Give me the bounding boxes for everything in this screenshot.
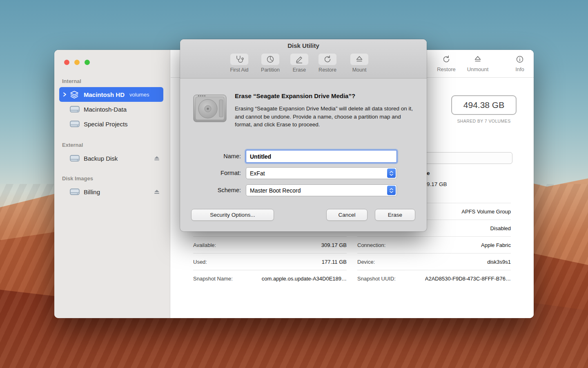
sidebar-item-macintosh-hd[interactable]: Macintosh HD volumes bbox=[59, 87, 163, 102]
unmount-toolbar-button[interactable]: Unmount bbox=[463, 55, 492, 72]
info-icon bbox=[516, 55, 524, 65]
info-row-snapshot-name: Snapshot Name: com.apple.os.update-A34D0… bbox=[193, 270, 347, 287]
dialog-heading: Erase “Seagate Expansion Drive Media”? bbox=[235, 92, 419, 99]
hard-drive-icon bbox=[192, 92, 227, 126]
capacity-caption: SHARED BY 7 VOLUMES bbox=[445, 119, 523, 123]
toolbar-button-label: First Aid bbox=[230, 67, 248, 73]
format-selected-value: ExFat bbox=[250, 170, 265, 177]
info-row-device: Device: disk3s9s1 bbox=[357, 254, 511, 270]
scheme-selected-value: Master Boot Record bbox=[250, 187, 301, 194]
first-aid-button[interactable]: First Aid bbox=[225, 53, 254, 73]
erase-dialog: Disk Utility First Aid Partition Erase bbox=[180, 39, 427, 231]
restore-icon bbox=[318, 53, 337, 65]
toolbar-button-label: Restore bbox=[437, 66, 456, 72]
cancel-button[interactable]: Cancel bbox=[326, 209, 368, 221]
eject-icon[interactable] bbox=[154, 155, 160, 161]
partition-icon bbox=[261, 53, 280, 65]
scheme-dropdown[interactable]: Master Boot Record bbox=[246, 184, 397, 196]
close-button[interactable] bbox=[64, 60, 69, 65]
volumes-stack-icon bbox=[70, 90, 80, 99]
erase-icon bbox=[290, 53, 309, 65]
toolbar-button-label: Info bbox=[515, 66, 524, 72]
sidebar-section-external: External bbox=[62, 142, 170, 148]
restore-icon bbox=[442, 55, 450, 65]
capacity-box: 494.38 GB bbox=[451, 95, 517, 115]
eject-icon[interactable] bbox=[154, 189, 160, 195]
sidebar-item-label: Macintosh-Data bbox=[84, 106, 127, 113]
info-toolbar-button[interactable]: Info bbox=[506, 55, 534, 72]
dialog-header: Disk Utility First Aid Partition Erase bbox=[180, 39, 427, 79]
erase-tab-button[interactable]: Erase bbox=[285, 53, 314, 73]
info-row-connection: Connection: Apple Fabric bbox=[357, 237, 511, 254]
restore-toolbar-button[interactable]: Restore bbox=[432, 55, 461, 72]
sidebar-section-internal: Internal bbox=[62, 78, 170, 84]
toolbar-button-label: Mount bbox=[352, 67, 367, 73]
restore-tab-button[interactable]: Restore bbox=[313, 53, 342, 73]
toolbar-button-label: Restore bbox=[318, 67, 336, 73]
dialog-title: Disk Utility bbox=[180, 42, 427, 49]
sidebar-item-label: Billing bbox=[84, 188, 100, 195]
format-dropdown[interactable]: ExFat bbox=[246, 167, 397, 179]
volumes-badge: volumes bbox=[129, 92, 149, 98]
sidebar-list: Internal Macintosh HD volumes bbox=[54, 50, 170, 199]
sidebar-item-macintosh-data[interactable]: Macintosh-Data bbox=[59, 102, 163, 117]
partition-button[interactable]: Partition bbox=[256, 53, 285, 73]
name-input[interactable] bbox=[246, 150, 397, 163]
security-options-button[interactable]: Security Options... bbox=[191, 209, 274, 221]
dropdown-stepper-icon[interactable] bbox=[387, 168, 396, 178]
sidebar-item-special-projects[interactable]: Special Projects bbox=[59, 117, 163, 131]
partial-legend-value: 9.17 GB bbox=[427, 181, 447, 187]
sidebar-item-backup-disk[interactable]: Backup Disk bbox=[59, 151, 163, 166]
disk-icon bbox=[70, 188, 80, 195]
name-field-label: Name: bbox=[180, 153, 241, 159]
disk-icon bbox=[70, 120, 80, 128]
sidebar-section-disk-images: Disk Images bbox=[62, 175, 170, 182]
mount-button[interactable]: Mount bbox=[345, 53, 374, 73]
scheme-field-label: Scheme: bbox=[180, 187, 241, 193]
dialog-body-text: Erasing “Seagate Expansion Drive Media” … bbox=[235, 105, 415, 129]
info-row-snapshot-uuid: Snapshot UUID: A2AD8530-F9D8-473C-8FFF-B… bbox=[357, 270, 511, 287]
erase-button[interactable]: Erase bbox=[375, 209, 415, 221]
partial-legend-label: e bbox=[427, 170, 430, 176]
dropdown-stepper-icon[interactable] bbox=[387, 186, 396, 195]
window-controls bbox=[64, 60, 90, 65]
sidebar-item-label: Backup Disk bbox=[84, 155, 118, 162]
minimize-button[interactable] bbox=[74, 60, 80, 65]
sidebar: Internal Macintosh HD volumes bbox=[54, 50, 170, 318]
toolbar-button-label: Erase bbox=[293, 67, 306, 73]
zoom-button[interactable] bbox=[85, 60, 90, 65]
disk-icon bbox=[70, 155, 80, 162]
mount-icon bbox=[350, 53, 369, 65]
toolbar-button-label: Partition bbox=[261, 67, 280, 73]
desktop: Internal Macintosh HD volumes bbox=[0, 0, 588, 368]
format-field-label: Format: bbox=[180, 170, 241, 176]
eject-icon bbox=[474, 55, 482, 65]
sidebar-item-billing[interactable]: Billing bbox=[59, 184, 163, 199]
name-field-wrap bbox=[246, 150, 397, 163]
disk-icon bbox=[70, 105, 80, 113]
toolbar-button-label: Unmount bbox=[467, 66, 489, 72]
disclosure-chevron-icon[interactable] bbox=[62, 92, 68, 97]
first-aid-icon bbox=[230, 53, 249, 65]
sidebar-item-label: Macintosh HD bbox=[84, 91, 125, 98]
info-row-used: Used: 177.11 GB bbox=[193, 254, 347, 270]
info-row-available: Available: 309.17 GB bbox=[193, 237, 347, 254]
sidebar-item-label: Special Projects bbox=[84, 121, 128, 128]
